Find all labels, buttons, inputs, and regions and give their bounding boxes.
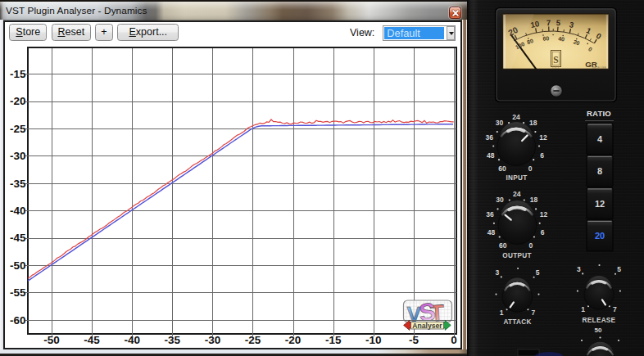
svg-text:I ☰ I: I ☰ I [552, 66, 559, 70]
svg-text:OUTPUT: OUTPUT [502, 252, 531, 259]
svg-text:24: 24 [513, 190, 521, 198]
svg-text:36: 36 [486, 210, 494, 219]
svg-text:S: S [553, 55, 558, 65]
svg-text:18: 18 [530, 196, 538, 204]
svg-text:20: 20 [595, 231, 605, 241]
svg-text:-45: -45 [84, 334, 100, 346]
svg-text:-60: -60 [10, 314, 26, 327]
svg-text:-40: -40 [124, 334, 140, 346]
svg-text:-45: -45 [10, 232, 26, 244]
svg-text:-20: -20 [10, 95, 26, 107]
svg-text:-55: -55 [10, 286, 26, 299]
svg-text:RELEASE: RELEASE [583, 317, 616, 324]
svg-text:Analyser: Analyser [412, 322, 442, 330]
svg-text:-15: -15 [325, 334, 342, 346]
svg-text:3: 3 [577, 265, 581, 273]
svg-text:5: 5 [617, 265, 621, 273]
svg-text:12: 12 [595, 199, 605, 209]
svg-text:1: 1 [500, 309, 504, 317]
svg-text:5: 5 [536, 268, 540, 277]
svg-text:-10: -10 [365, 334, 382, 346]
svg-text:60: 60 [542, 35, 549, 42]
svg-text:-20: -20 [285, 334, 302, 346]
svg-text:12: 12 [539, 133, 547, 142]
svg-text:4: 4 [597, 134, 603, 144]
svg-text:36: 36 [486, 133, 494, 142]
svg-text:-50: -50 [43, 334, 60, 346]
svg-text:12: 12 [540, 210, 548, 219]
svg-text:18: 18 [529, 119, 537, 127]
svg-text:RATIO: RATIO [587, 109, 611, 118]
svg-text:48: 48 [487, 151, 495, 160]
svg-text:-40: -40 [10, 205, 26, 217]
svg-text:ATTACK: ATTACK [503, 318, 531, 326]
svg-text:6: 6 [540, 151, 544, 160]
svg-text:7: 7 [613, 305, 617, 313]
svg-text:50: 50 [595, 327, 602, 334]
svg-text:-35: -35 [165, 334, 181, 346]
svg-text:0: 0 [528, 164, 533, 173]
svg-text:INPUT: INPUT [506, 174, 527, 182]
svg-text:6: 6 [541, 228, 545, 237]
svg-text:-15: -15 [10, 68, 26, 80]
svg-text:-30: -30 [10, 150, 26, 162]
svg-text:48: 48 [488, 228, 496, 237]
svg-text:-50: -50 [10, 259, 26, 272]
svg-text:24: 24 [512, 113, 520, 121]
svg-text:7: 7 [532, 309, 536, 317]
svg-text:MADE USA: MADE USA [592, 66, 606, 70]
svg-text:3: 3 [496, 268, 500, 277]
svg-text:-5: -5 [409, 334, 419, 346]
svg-text:0: 0 [528, 241, 533, 250]
svg-text:0: 0 [451, 334, 457, 346]
svg-text:-30: -30 [205, 334, 221, 346]
svg-text:60: 60 [499, 241, 507, 250]
svg-text:30: 30 [496, 196, 504, 204]
svg-text:8: 8 [597, 166, 602, 176]
svg-text:60: 60 [498, 164, 506, 173]
svg-text:-25: -25 [245, 334, 261, 346]
svg-text:7: 7 [546, 18, 551, 27]
svg-text:-25: -25 [10, 123, 26, 135]
svg-text:30: 30 [496, 119, 504, 127]
svg-text:40: 40 [558, 35, 565, 42]
svg-text:1: 1 [581, 305, 585, 313]
svg-text:-35: -35 [10, 178, 26, 190]
